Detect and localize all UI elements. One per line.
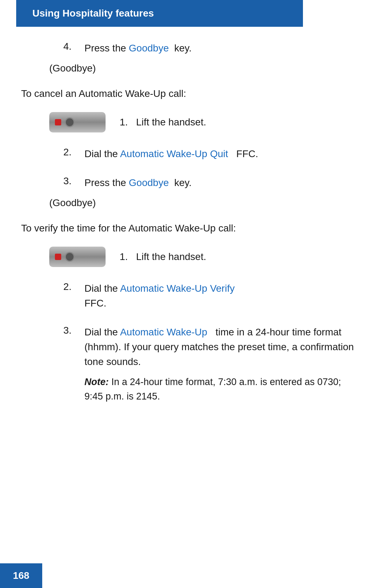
verify-step-1-row: 1. Lift the handset. bbox=[49, 247, 359, 267]
cancel-step-1-text: 1. Lift the handset. bbox=[120, 115, 359, 130]
verify-section-intro: To verify the time for the Automatic Wak… bbox=[21, 223, 359, 234]
automatic-wake-up-link[interactable]: Automatic Wake-Up bbox=[120, 327, 207, 338]
cancel-step-1-row: 1. Lift the handset. bbox=[49, 112, 359, 132]
automatic-wake-up-verify-link[interactable]: Automatic Wake-Up Verify bbox=[120, 283, 235, 294]
step-row: 4. Press the Goodbye key. bbox=[63, 41, 359, 56]
cancel-step-3-num: 3. bbox=[63, 175, 84, 190]
goodbye-label-1: (Goodbye) bbox=[49, 63, 359, 74]
page-title: Using Hospitality features bbox=[32, 8, 287, 19]
handset-image-2 bbox=[49, 247, 106, 267]
goodbye-link-2[interactable]: Goodbye bbox=[129, 177, 169, 188]
cancel-step-1-number: 1. bbox=[120, 117, 128, 128]
page-content: 4. Press the Goodbye key. (Goodbye) To c… bbox=[0, 27, 380, 453]
note-block: Note: In a 24-hour time format, 7:30 a.m… bbox=[84, 375, 359, 403]
cancel-step-3-row: 3. Press the Goodbye key. bbox=[63, 175, 359, 190]
cancel-wakeup-section: To cancel an Automatic Wake-Up call: 1. … bbox=[21, 88, 359, 209]
cancel-step-2-num: 2. bbox=[63, 147, 84, 161]
verify-step-2-num: 2. bbox=[63, 281, 84, 311]
verify-step-3-content: Dial the Automatic Wake-Up time in a 24-… bbox=[84, 325, 359, 403]
verify-wakeup-section: To verify the time for the Automatic Wak… bbox=[21, 223, 359, 403]
page-number-box: 168 bbox=[0, 563, 42, 588]
cancel-step-1-label: Lift the handset. bbox=[136, 117, 206, 128]
step-content: Press the Goodbye key. bbox=[84, 41, 359, 56]
verify-step-1-label: Lift the handset. bbox=[136, 251, 206, 262]
cancel-section-intro: To cancel an Automatic Wake-Up call: bbox=[21, 88, 359, 99]
verify-step-1-number: 1. bbox=[120, 251, 128, 262]
goodbye-link-1[interactable]: Goodbye bbox=[129, 43, 169, 54]
cancel-steps-2-3: 2. Dial the Automatic Wake-Up Quit FFC. … bbox=[63, 147, 359, 190]
header-bar: Using Hospitality features bbox=[16, 0, 303, 27]
automatic-wake-up-quit-link[interactable]: Automatic Wake-Up Quit bbox=[120, 148, 228, 159]
note-text: In a 24-hour time format, 7:30 a.m. is e… bbox=[84, 377, 341, 402]
verify-step-3-num: 3. bbox=[63, 325, 84, 403]
verify-step-1-text: 1. Lift the handset. bbox=[120, 249, 359, 264]
verify-steps-2-3: 2. Dial the Automatic Wake-Up VerifyFFC.… bbox=[63, 281, 359, 403]
handset-image-1 bbox=[49, 112, 106, 132]
verify-step-2-content: Dial the Automatic Wake-Up VerifyFFC. bbox=[84, 281, 359, 311]
goodbye-label-2: (Goodbye) bbox=[49, 197, 359, 209]
verify-step-2-row: 2. Dial the Automatic Wake-Up VerifyFFC. bbox=[63, 281, 359, 311]
note-label: Note: bbox=[84, 377, 109, 387]
cancel-step-3-content: Press the Goodbye key. bbox=[84, 175, 359, 190]
cancel-step-2-content: Dial the Automatic Wake-Up Quit FFC. bbox=[84, 147, 359, 161]
cancel-step-2-row: 2. Dial the Automatic Wake-Up Quit FFC. bbox=[63, 147, 359, 161]
verify-step-3-row: 3. Dial the Automatic Wake-Up time in a … bbox=[63, 325, 359, 403]
step-number: 4. bbox=[63, 41, 84, 56]
page-number: 168 bbox=[13, 570, 30, 581]
pre-cancel-steps: 4. Press the Goodbye key. bbox=[63, 41, 359, 56]
